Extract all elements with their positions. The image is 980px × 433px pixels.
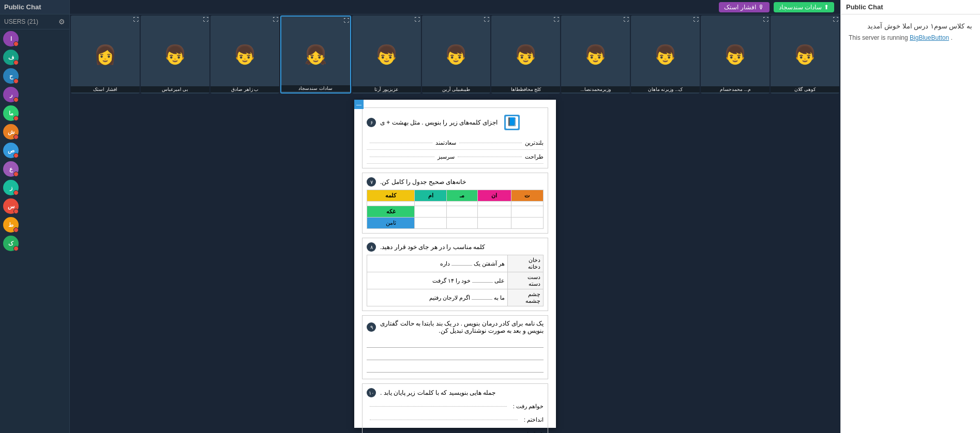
user-item[interactable]: ط	[0, 215, 69, 234]
user-item[interactable]: ا	[0, 29, 69, 48]
video-tile-label: عزیزپور آرتا	[352, 86, 421, 92]
user-item[interactable]: ر	[0, 85, 69, 104]
section-8-title: کلمه مناسب را در هر جای خود قرار دهید.	[380, 243, 485, 251]
s8-row-2: دستدسته علی خود را ۱۴ گرفت	[367, 272, 544, 289]
user-item[interactable]: س	[0, 197, 69, 215]
s7-row-3: ثامن	[367, 218, 544, 229]
user-item[interactable]: ز	[0, 178, 69, 197]
expand-icon[interactable]: ⛶	[344, 18, 349, 23]
s8-r3-left: چشمچشمه	[507, 289, 543, 306]
user-avatar: ش	[3, 124, 19, 140]
cell-frog: غکه	[367, 206, 415, 218]
chat-messages[interactable]: به کلاس سوم۱ درس املا خوش آمدید This ser…	[841, 14, 980, 433]
video-tile[interactable]: 👦عزیزپور آرتا⛶	[352, 16, 421, 94]
section-10-num: ۱۰	[367, 388, 376, 397]
sidebar: Public Chat USERS (21) ⚙ افحرماشصعزسطک	[0, 0, 70, 433]
video-tile[interactable]: 👦ب زاهر صادق⛶	[210, 16, 279, 94]
s8-r1-left: دخاندخانه	[507, 255, 543, 272]
user-item[interactable]: ش	[0, 122, 69, 141]
expand-icon[interactable]: ⛶	[203, 17, 208, 22]
s10-row-3: هستم :	[367, 427, 544, 433]
col-an: ان	[477, 190, 511, 202]
col-at: ت	[511, 190, 543, 202]
expand-icon[interactable]: ⛶	[624, 17, 629, 22]
video-tile[interactable]: 👦کوهی گلان⛶	[771, 16, 839, 94]
video-tile[interactable]: 👦وزیرمحمدنصا...⛶	[561, 16, 630, 94]
section-10: جمله هایی بنویسید که با کلمات زیر پایان …	[362, 383, 548, 433]
col-word: کلمه	[367, 190, 415, 202]
video-person: 👦	[210, 16, 279, 94]
video-tile[interactable]: 👦کلج محافظطاها⛶	[491, 16, 560, 94]
expand-icon[interactable]: ⛶	[273, 17, 278, 22]
minimize-button[interactable]: —	[354, 100, 364, 109]
user-item[interactable]: ک	[0, 234, 69, 253]
s8-r3-fill: ما به اگرم لارجان رفتیم	[367, 289, 508, 306]
video-tile-label: ب زاهر صادق	[210, 86, 279, 92]
s7-row-2: غکه	[367, 206, 544, 218]
video-person: 👦	[422, 16, 491, 94]
chat-top-title: Public Chat	[846, 3, 883, 11]
users-label: USERS (21)	[4, 18, 38, 25]
section-8-table: دخاندخانه هر آشفتن یک داره دستدسته علی خ…	[367, 255, 544, 306]
bigbluebutton-link[interactable]: BigBlueButton	[910, 34, 949, 41]
expand-icon[interactable]: ⛶	[484, 17, 489, 22]
user-item[interactable]: ف	[0, 48, 69, 67]
users-list: افحرماشصعزسطک	[0, 29, 69, 253]
chat-panel: Public Chat به کلاس سوم۱ درس املا خوش آم…	[840, 0, 980, 433]
s6-r2-left: سرسبز	[438, 151, 455, 162]
video-person: 👦	[701, 16, 770, 94]
topbar: 🎙 افشار استک ⬆ سادات سندسجاد	[70, 0, 840, 14]
video-tile-label: م... محمدحسام	[701, 86, 770, 92]
section-6-num: ۶	[367, 118, 376, 127]
section-9-header: یک نامه برای کادر درمان بنویس . در یک بن…	[367, 320, 544, 334]
user-item[interactable]: ما	[0, 104, 69, 122]
document-area[interactable]: — 📘 اجزای کلمه‌های زیر را بنویس . مثل به…	[70, 95, 840, 433]
expand-icon[interactable]: ⛶	[554, 17, 559, 22]
video-tile[interactable]: 👦بی امیرعباس⛶	[141, 16, 209, 94]
section-6-header: 📘 اجزای کلمه‌های زیر را بنویس . مثل بهشت…	[367, 112, 544, 133]
col-am: ام	[415, 190, 447, 202]
screen-share-icon: ⬆	[824, 4, 829, 11]
s10-label-3: هستم :	[527, 427, 544, 433]
section-6: 📘 اجزای کلمه‌های زیر را بنویس . مثل بهشت…	[362, 107, 548, 168]
section-9-content	[367, 337, 544, 373]
video-tile-label: طیبقبیلی آرین	[422, 86, 491, 92]
video-tile[interactable]: 👧سادات سندسجاد⛶	[280, 16, 351, 94]
expand-icon[interactable]: ⛶	[415, 17, 420, 22]
s6-dotline-4	[370, 157, 434, 157]
video-tile[interactable]: 👩افشار استک⛶	[71, 16, 140, 94]
video-strip: 👩افشار استک⛶👦بی امیرعباس⛶👦ب زاهر صادق⛶👧س…	[70, 14, 840, 95]
video-tile-label: کلج محافظطاها	[491, 86, 560, 92]
user-item[interactable]: ع	[0, 160, 69, 178]
main-area: 🎙 افشار استک ⬆ سادات سندسجاد 👩افشار استک…	[70, 0, 840, 433]
section-6-title: اجزای کلمه‌های زیر را بنویس . مثل بهشت +…	[380, 119, 497, 126]
s10-row-1: خواهم رفت :	[367, 400, 544, 412]
video-person: 👦	[491, 16, 560, 94]
user-avatar: ف	[3, 50, 19, 65]
expand-icon[interactable]: ⛶	[133, 17, 139, 22]
chat-top-header: Public Chat	[841, 0, 980, 14]
user-avatar: ز	[3, 180, 19, 195]
s8-r2-fill: علی خود را ۱۴ گرفت	[367, 272, 508, 289]
video-person: 👦	[771, 16, 839, 94]
user-avatar: ص	[3, 143, 19, 158]
s6-r1-right: بلندترین	[525, 137, 544, 148]
video-tile-label: بی امیرعباس	[141, 86, 209, 92]
video-tile-label: وزیرمحمدنصا...	[561, 86, 630, 92]
user-item[interactable]: ص	[0, 141, 69, 160]
video-person: 👦	[631, 16, 700, 94]
record-button[interactable]: 🎙 افشار استک	[719, 2, 769, 12]
video-tile[interactable]: 👦م... محمدحسام⛶	[701, 16, 770, 94]
expand-icon[interactable]: ⛶	[763, 17, 768, 22]
expand-icon[interactable]: ⛶	[693, 17, 699, 22]
section-7-table: ت ان مـ ام کلمه	[367, 190, 544, 229]
video-person: 👧	[281, 17, 350, 92]
share-screen-button[interactable]: ⬆ سادات سندسجاد	[774, 2, 834, 12]
video-tile[interactable]: 👦طیبقبیلی آرین⛶	[422, 16, 491, 94]
section-9: یک نامه برای کادر درمان بنویس . در یک بن…	[362, 315, 548, 379]
s8-row-3: چشمچشمه ما به اگرم لارجان رفتیم	[367, 289, 544, 306]
video-tile[interactable]: 👦ک... وزیرنه ماهان⛶	[631, 16, 700, 94]
expand-icon[interactable]: ⛶	[833, 17, 838, 22]
gear-icon[interactable]: ⚙	[58, 18, 65, 26]
user-item[interactable]: ح	[0, 67, 69, 85]
